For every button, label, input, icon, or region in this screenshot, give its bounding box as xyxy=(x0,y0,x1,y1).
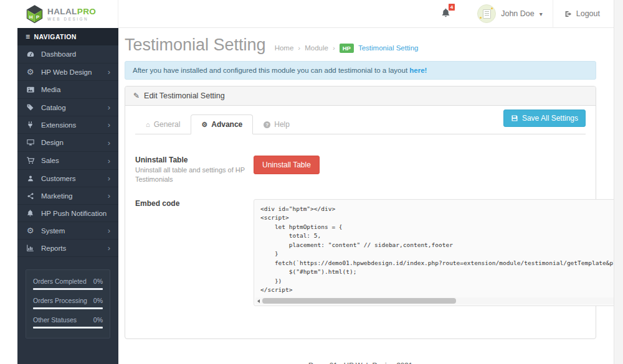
breadcrumb-current[interactable]: Testimonial Setting xyxy=(358,44,419,52)
stat-value: 0% xyxy=(93,278,103,285)
chevron-right-icon: › xyxy=(108,244,110,252)
sidebar-item-catalog[interactable]: Catalog › xyxy=(17,99,118,116)
share-icon xyxy=(26,192,35,200)
tabs-bar: ⌂ General ⚙ Advance ? Help xyxy=(135,111,586,134)
progress-bar xyxy=(33,327,103,329)
sidebar-nav-header: ≡ NAVIGATION xyxy=(17,28,118,45)
chevron-right-icon: › xyxy=(108,157,110,165)
footer-line1: Demo 01 - HP Web Design 2021 xyxy=(125,360,596,364)
main-content: Testimonial Setting Home › Module › HP T… xyxy=(118,28,614,364)
sidebar-item-hp-push-notification[interactable]: HP Push Notification xyxy=(17,205,118,222)
embed-code-group: Embed code <div id="hptm"></div> <script… xyxy=(135,199,586,306)
user-menu[interactable]: John Doe ▾ xyxy=(467,0,553,27)
order-stats-panel: Orders Completed 0% Orders Processing 0%… xyxy=(26,269,110,338)
sidebar: ≡ NAVIGATION Dashboard ⚙ HP Web Design ›… xyxy=(17,28,118,364)
sidebar-item-customers[interactable]: Customers › xyxy=(17,170,118,187)
page-title: Testimonial Setting xyxy=(125,35,266,55)
cart-icon xyxy=(26,156,35,165)
progress-bar xyxy=(33,288,103,290)
chevron-right-icon: › xyxy=(108,103,110,111)
plug-icon xyxy=(26,121,35,129)
breadcrumb: Home › Module › HP Testimonial Setting xyxy=(275,44,419,53)
svg-text:H: H xyxy=(29,14,33,19)
sidebar-item-dashboard[interactable]: Dashboard xyxy=(17,45,118,63)
uninstall-label: Uninstall Table xyxy=(135,156,246,164)
sidebar-item-media[interactable]: Media xyxy=(17,81,118,99)
question-icon: ? xyxy=(264,121,270,128)
header: H P HALALPRO WEB DESIGN 4 John Doe xyxy=(17,0,614,28)
svg-text:P: P xyxy=(36,14,40,19)
embed-code-label: Embed code xyxy=(135,199,246,208)
uninstall-table-button[interactable]: Uninstall Table xyxy=(254,156,320,174)
sidebar-item-extensions[interactable]: Extensions › xyxy=(17,116,118,134)
tab-help[interactable]: ? Help xyxy=(253,114,300,134)
stat-value: 0% xyxy=(93,297,103,304)
browser-scrollbar-track[interactable] xyxy=(614,0,623,364)
tab-advance[interactable]: ⚙ Advance xyxy=(191,114,253,134)
stat-other-statuses: Other Statuses 0% xyxy=(33,316,103,329)
logo[interactable]: H P HALALPRO WEB DESIGN xyxy=(17,0,118,28)
bell-icon xyxy=(26,209,35,217)
chevron-right-icon: › xyxy=(108,68,110,76)
uninstall-table-group: Uninstall Table Uninstall all table and … xyxy=(135,156,586,184)
image-icon xyxy=(26,85,35,94)
chevron-right-icon: › xyxy=(108,174,110,182)
notification-count-badge: 4 xyxy=(448,3,455,11)
sidebar-item-hp-web-design[interactable]: ⚙ HP Web Design › xyxy=(17,63,118,81)
sidebar-menu: Dashboard ⚙ HP Web Design › Media Catalo… xyxy=(17,45,118,257)
panel-heading: ✎ Edit Testimonial Setting xyxy=(125,86,596,106)
brand-text: HALALPRO WEB DESIGN xyxy=(47,6,96,21)
uninstall-description: Uninstall all table and settings of HP T… xyxy=(135,166,246,184)
chevron-down-icon: ▾ xyxy=(540,11,543,17)
user-name: John Doe xyxy=(501,9,535,18)
breadcrumb-module[interactable]: Module xyxy=(305,44,328,52)
sign-out-icon xyxy=(564,10,573,18)
tab-general[interactable]: ⌂ General xyxy=(135,114,191,134)
horizontal-scrollbar[interactable] xyxy=(255,297,614,304)
admin-app: H P HALALPRO WEB DESIGN 4 John Doe xyxy=(17,0,614,364)
hp-badge: HP xyxy=(340,44,354,53)
stat-orders-processing: Orders Processing 0% xyxy=(33,297,103,309)
user-icon xyxy=(26,175,35,182)
dashboard-icon xyxy=(26,50,35,58)
sidebar-item-sales[interactable]: Sales › xyxy=(17,152,118,170)
save-all-settings-button[interactable]: Save All Settings xyxy=(503,110,586,127)
info-alert: After you have installed and configured … xyxy=(125,61,596,80)
notifications-button[interactable]: 4 xyxy=(440,7,451,21)
stat-orders-completed: Orders Completed 0% xyxy=(33,278,103,290)
gear-icon: ⚙ xyxy=(26,226,35,235)
gears-icon: ⚙ xyxy=(26,68,35,76)
chevron-right-icon: › xyxy=(108,139,110,147)
chevron-right-icon: › xyxy=(108,226,110,235)
bar-chart-icon xyxy=(26,244,35,252)
sidebar-item-system[interactable]: ⚙ System › xyxy=(17,222,118,240)
sidebar-item-design[interactable]: Design › xyxy=(17,134,118,152)
floppy-icon xyxy=(511,114,518,122)
home-icon: ⌂ xyxy=(146,121,150,128)
logo-cube-icon: H P xyxy=(26,5,43,24)
chevron-right-icon: › xyxy=(108,192,110,200)
sidebar-item-marketing[interactable]: Marketing › xyxy=(17,187,118,205)
scrollbar-thumb[interactable] xyxy=(262,298,456,304)
progress-bar xyxy=(33,307,103,309)
logout-button[interactable]: Logout xyxy=(553,0,614,27)
chevron-right-icon: › xyxy=(108,121,110,129)
embed-code-content: <div id="hptm"></div> <script> let hptmO… xyxy=(260,205,614,295)
edit-settings-panel: ✎ Edit Testimonial Setting ⌂ General xyxy=(125,86,596,339)
pencil-icon: ✎ xyxy=(133,91,140,100)
avatar xyxy=(477,4,496,23)
topbar: 4 John Doe ▾ Logout xyxy=(118,0,614,28)
layout-link[interactable]: here! xyxy=(409,67,427,74)
gears-icon: ⚙ xyxy=(201,121,207,128)
embed-code-textarea[interactable]: <div id="hptm"></div> <script> let hptmO… xyxy=(254,199,614,306)
monitor-icon xyxy=(26,138,35,147)
sidebar-item-reports[interactable]: Reports › xyxy=(17,240,118,257)
tag-icon xyxy=(26,103,35,111)
footer: Demo 01 - HP Web Design 2021 Site By HP … xyxy=(125,360,596,364)
stat-value: 0% xyxy=(93,316,103,324)
menu-icon: ≡ xyxy=(26,32,30,41)
breadcrumb-home[interactable]: Home xyxy=(275,44,294,52)
scroll-left-arrow-icon[interactable] xyxy=(257,299,260,303)
